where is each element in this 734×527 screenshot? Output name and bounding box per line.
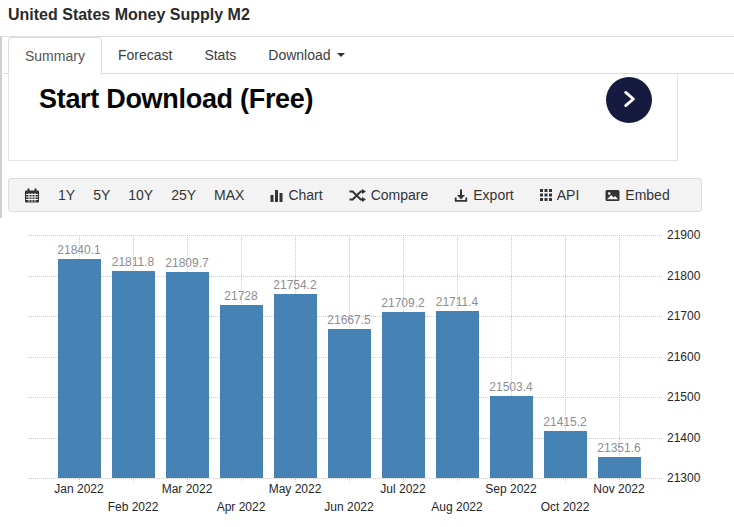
x-axis-label: Mar 2022	[145, 482, 229, 496]
chart-button[interactable]: Chart	[270, 187, 322, 203]
x-axis-label: Feb 2022	[91, 500, 175, 514]
tab-label: Forecast	[118, 47, 172, 63]
gridline-y	[28, 478, 662, 479]
start-download-link[interactable]: Start Download (Free)	[39, 84, 313, 115]
download-banner: Start Download (Free)	[8, 74, 678, 161]
export-button[interactable]: Export	[454, 187, 513, 203]
tab-stats[interactable]: Stats	[188, 37, 252, 73]
calendar-button[interactable]	[24, 188, 40, 203]
gridline-y	[28, 235, 662, 236]
button-label: 5Y	[93, 187, 110, 203]
bar-value-label: 21809.7	[145, 256, 229, 270]
tab-forecast[interactable]: Forecast	[102, 37, 188, 73]
bar-value-label: 21351.6	[577, 441, 661, 455]
button-label: API	[557, 187, 580, 203]
button-label: 1Y	[58, 187, 75, 203]
button-label: Chart	[288, 187, 322, 203]
tab-label: Stats	[204, 47, 236, 63]
y-axis-tick-label: 21500	[667, 390, 700, 404]
embed-button[interactable]: Embed	[605, 187, 669, 203]
tab-bar: SummaryForecastStatsDownload	[0, 36, 734, 74]
chart-bar[interactable]	[490, 396, 533, 478]
bar-chart-icon	[270, 189, 283, 202]
x-axis-label: Jul 2022	[361, 482, 445, 496]
grid-icon	[540, 189, 552, 201]
chevron-right-icon	[618, 88, 640, 113]
tab-download[interactable]: Download	[252, 37, 360, 73]
x-axis-label: Aug 2022	[415, 500, 499, 514]
bar-value-label: 21415.2	[523, 415, 607, 429]
chart-bar[interactable]	[328, 329, 371, 478]
api-button[interactable]: API	[540, 187, 580, 203]
chart-bar[interactable]	[112, 271, 155, 478]
chart-toolbar: 1Y5Y10Y25YMAXChartCompareExportAPIEmbed	[8, 178, 702, 212]
bar-value-label: 21667.5	[307, 313, 391, 327]
y-axis-tick-label: 21900	[667, 228, 700, 242]
chart-bar[interactable]	[220, 305, 263, 478]
image-icon	[605, 189, 620, 202]
bar-value-label: 21754.2	[253, 278, 337, 292]
x-axis-label: Oct 2022	[523, 500, 607, 514]
page-title: United States Money Supply M2	[8, 6, 250, 24]
range-button-max[interactable]: MAX	[214, 187, 244, 203]
range-button-10y[interactable]: 10Y	[128, 187, 153, 203]
chart-bar[interactable]	[382, 312, 425, 478]
caret-down-icon	[337, 53, 345, 57]
x-axis-label: May 2022	[253, 482, 337, 496]
y-axis-tick-label: 21300	[667, 471, 700, 485]
x-axis-label: Jun 2022	[307, 500, 391, 514]
x-axis-label: Sep 2022	[469, 482, 553, 496]
bar-chart: 2130021400215002160021700218002190021840…	[0, 218, 734, 527]
x-axis-label: Apr 2022	[199, 500, 283, 514]
download-arrow-button[interactable]	[606, 77, 652, 123]
y-axis-tick-label: 21400	[667, 431, 700, 445]
button-label: Export	[473, 187, 513, 203]
bar-value-label: 21503.4	[469, 380, 553, 394]
bar-value-label: 21711.4	[415, 295, 499, 309]
chart-bar[interactable]	[58, 259, 101, 478]
compare-button[interactable]: Compare	[349, 187, 429, 203]
range-button-1y[interactable]: 1Y	[58, 187, 75, 203]
page: United States Money Supply M2 SummaryFor…	[0, 0, 734, 527]
x-axis-label: Nov 2022	[577, 482, 661, 496]
calendar-icon	[24, 188, 40, 203]
range-button-25y[interactable]: 25Y	[171, 187, 196, 203]
button-label: MAX	[214, 187, 244, 203]
x-axis-label: Jan 2022	[37, 482, 121, 496]
y-axis-tick-label: 21600	[667, 350, 700, 364]
y-axis-tick-label: 21700	[667, 309, 700, 323]
y-axis-tick-label: 21800	[667, 269, 700, 283]
shuffle-icon	[349, 189, 366, 202]
button-label: 10Y	[128, 187, 153, 203]
tab-label: Summary	[25, 48, 85, 64]
range-button-5y[interactable]: 5Y	[93, 187, 110, 203]
chart-bar[interactable]	[436, 311, 479, 478]
download-icon	[454, 189, 468, 202]
button-label: 25Y	[171, 187, 196, 203]
button-label: Embed	[625, 187, 669, 203]
chart-bar[interactable]	[598, 457, 641, 478]
tab-summary[interactable]: Summary	[8, 37, 102, 74]
button-label: Compare	[371, 187, 429, 203]
tab-label: Download	[268, 47, 330, 63]
